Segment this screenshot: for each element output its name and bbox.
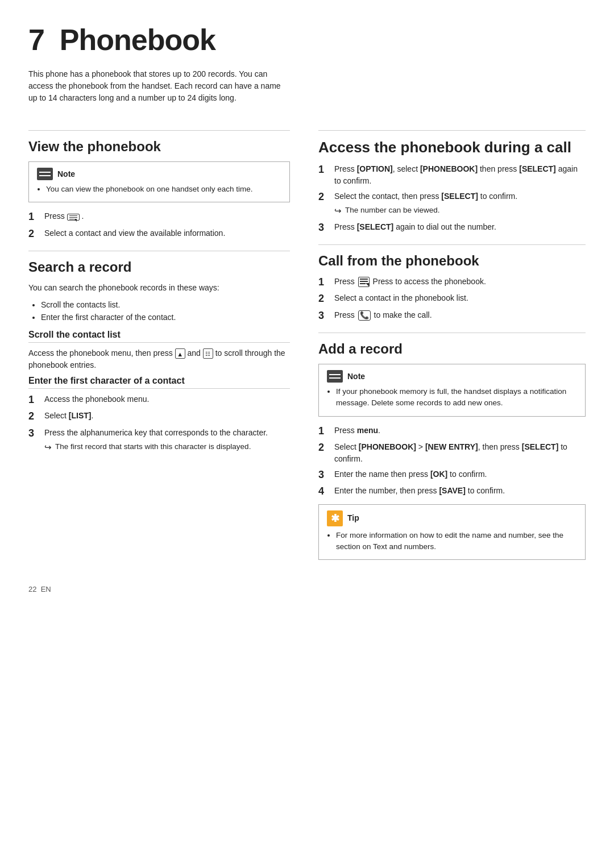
intro-text: This phone has a phonebook that stores u…: [28, 68, 290, 104]
section-title-view: View the phonebook: [28, 139, 290, 155]
tip-text-add: For more information on how to edit the …: [336, 530, 577, 553]
divider-add: [318, 333, 586, 333]
tip-label-add: Tip: [347, 512, 359, 524]
handset-icon: 📞: [358, 310, 371, 321]
tip-box-add: ✱ Tip For more information on how to edi…: [318, 504, 586, 560]
divider-search: [28, 251, 290, 251]
note-label-view: Note: [57, 168, 75, 180]
enter-step-3: 3 Press the alphanumerica key that corre…: [28, 427, 290, 454]
page-container: 7 Phonebook This phone has a phonebook t…: [28, 23, 586, 593]
add-step-4: 4 Enter the number, then press [SAVE] to…: [318, 485, 586, 498]
divider-view: [28, 130, 290, 131]
section-title-search: Search a record: [28, 259, 290, 275]
access-step-3: 3 Press [SELECT] again to dial out the n…: [318, 221, 586, 234]
note-icon-view: [37, 168, 53, 180]
tip-icon-add: ✱: [327, 510, 343, 526]
page-footer: 22 EN: [28, 585, 586, 593]
divider-access: [318, 130, 586, 131]
scroll-up-icon: ▲: [175, 348, 185, 359]
enter-subtitle: Enter the first character of a contact: [28, 376, 290, 389]
note-box-view: Note You can view the phonebook on one h…: [28, 161, 290, 202]
phonebook-scroll-icon: ☷: [203, 348, 213, 359]
search-way-2: Enter the first character of the contact…: [41, 311, 290, 323]
left-column: View the phonebook Note You can view the…: [28, 120, 290, 568]
add-step-1: 1 Press menu.: [318, 425, 586, 438]
call-steps-list: 1 Press Press to access the phonebook.: [318, 276, 586, 322]
section-title-call: Call from the phonebook: [318, 253, 586, 269]
add-step-2: 2 Select [PHONEBOOK] > [NEW ENTRY], then…: [318, 441, 586, 465]
access-arrow-note: ↪ The number can be viewed.: [334, 205, 586, 218]
access-step-2: 2 Select the contact, then press [SELECT…: [318, 190, 586, 218]
section-title-add: Add a record: [318, 341, 586, 357]
search-way-1: Scroll the contacts list.: [41, 298, 290, 311]
scroll-icons: ▲: [175, 348, 185, 359]
view-steps-list: 1 Press .: [28, 210, 290, 240]
add-steps-list: 1 Press menu. 2 Select [PHONEBOOK] > [NE…: [318, 425, 586, 499]
scroll-text: Access the phonebook menu, then press ▲ …: [28, 347, 290, 371]
page-title: 7 Phonebook: [28, 23, 586, 57]
access-steps-list: 1 Press [OPTION], select [PHONEBOOK] the…: [318, 163, 586, 234]
call-step-3: 3 Press 📞 to make the call.: [318, 309, 586, 322]
enter-steps-list: 1 Access the phonebook menu. 2 Select [L…: [28, 393, 290, 454]
search-ways-list: Scroll the contacts list. Enter the firs…: [28, 298, 290, 324]
phonebook-icon-call: [358, 277, 370, 287]
note-text-view: You can view the phonebook on one handse…: [46, 184, 281, 195]
section-title-access: Access the phonebook during a call: [318, 139, 586, 156]
call-step-1: 1 Press Press to access the phonebook.: [318, 276, 586, 289]
enter-step-1: 1 Access the phonebook menu.: [28, 393, 290, 406]
search-intro: You can search the phonebook records in …: [28, 282, 290, 294]
scroll-phonebook-icon: ☷: [203, 348, 213, 359]
divider-call: [318, 244, 586, 245]
view-step-2: 2 Select a contact and view the availabl…: [28, 227, 290, 240]
phonebook-nav-icon-1: [67, 214, 80, 221]
note-text-add: If your phonebook memory is full, the ha…: [336, 386, 577, 409]
note-label-add: Note: [347, 371, 365, 383]
view-step-1: 1 Press .: [28, 210, 290, 223]
enter-step-2: 2 Select [LIST].: [28, 410, 290, 423]
access-step-1: 1 Press [OPTION], select [PHONEBOOK] the…: [318, 163, 586, 187]
add-step-3: 3 Enter the name then press [OK] to conf…: [318, 468, 586, 481]
note-box-add: Note If your phonebook memory is full, t…: [318, 364, 586, 417]
enter-arrow-note: ↪ The first record that starts with this…: [44, 441, 290, 454]
right-column: Access the phonebook during a call 1 Pre…: [318, 120, 586, 568]
note-icon-add: [327, 370, 343, 383]
call-step-2: 2 Select a contact in the phonebook list…: [318, 292, 586, 305]
scroll-subtitle: Scroll the contact list: [28, 330, 290, 343]
